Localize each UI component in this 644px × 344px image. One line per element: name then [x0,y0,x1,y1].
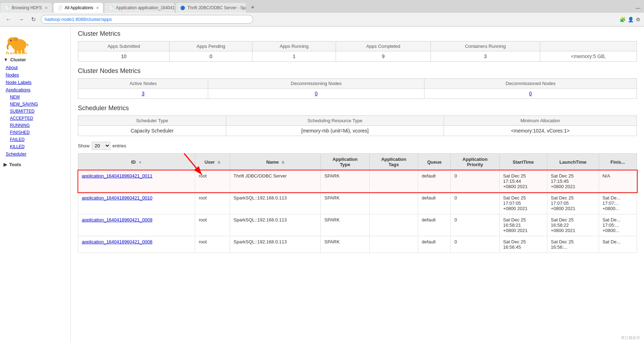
sidebar-subitem-accepted[interactable]: ACCEPTED [0,115,70,122]
app-type-cell: SPARK [321,214,370,236]
back-button[interactable]: ← [4,16,13,23]
profile-icon[interactable]: 👤 [628,17,634,22]
app-start-cell: Sat Dec 2517:15:44+0800 2021 [499,170,547,192]
col-start-time[interactable]: StartTime [499,154,547,170]
cluster-metrics-table: Apps Submitted Apps Pending Apps Running… [78,41,637,62]
new-tab-button[interactable]: + [247,2,258,13]
page-layout: hadoop ▼ Cluster About Nodes Node Labels… [0,27,644,342]
sidebar-subitem-killed[interactable]: KILLED [0,143,70,150]
app-id-cell: application_1640418960421_0010 [78,192,195,214]
svg-point-4 [13,37,18,41]
app-type-cell: SPARK [321,236,370,253]
col-containers-running: Containers Running [431,41,540,51]
app-user-cell: root [195,170,230,192]
scheduler-metrics-table: Scheduler Type Scheduling Resource Type … [78,115,637,136]
sidebar-item-nodes[interactable]: Nodes [0,71,70,79]
col-name[interactable]: Name ⇅ [230,154,321,170]
tools-arrow-icon: ▶ [4,162,7,167]
col-active-nodes: Active Nodes [78,79,208,89]
tab-icon-1: 📄 [5,6,10,10]
tab-all-applications[interactable]: 📄 All Applications × [53,2,104,13]
tab-icon-3: 📄 [109,6,114,10]
scheduling-resource-val: [memory-mb (unit=Mi), vcores] [226,126,444,136]
sidebar-subitem-finished[interactable]: FINISHED [0,129,70,136]
forward-button[interactable]: → [16,16,26,23]
tab-close-1[interactable]: × [45,5,47,11]
col-launch-time[interactable]: LaunchTime [547,154,599,170]
show-entries-control: Show 10 20 50 100 entries [78,142,637,150]
decommissioned-link[interactable]: 0 [529,91,532,96]
app-queue-cell: default [418,236,451,253]
browser-chrome: 📄 Browsing HDFS × 📄 All Applications × 📄… [0,0,644,27]
sidebar-subitem-running[interactable]: RUNNING [0,122,70,129]
tab-application-detail[interactable]: 📄 Application application_164041... × [104,2,175,13]
apps-table-header-row: ID ▼ User ⇅ Name ⇅ ApplicationType Appli… [78,154,637,170]
app-id-link-0008[interactable]: application_1640418960421_0008 [82,239,153,244]
active-nodes-val: 3 [78,89,208,99]
entries-label: entries [113,143,126,148]
app-id-cell: application_1640418960421_0011 [78,170,195,192]
col-application-tags[interactable]: ApplicationTags [369,154,418,170]
col-id[interactable]: ID ▼ [78,154,195,170]
app-priority-cell: 0 [451,214,500,236]
tab-thrift[interactable]: 🔵 Thrift JDBC/ODBC Server - Spark... × [176,2,246,13]
col-apps-pending: Apps Pending [170,41,252,51]
applications-section: ID ▼ User ⇅ Name ⇅ ApplicationType Appli… [78,153,637,253]
app-tags-cell [369,214,418,236]
svg-point-2 [10,40,12,41]
sidebar-subitem-submitted[interactable]: SUBMITTED [0,108,70,115]
minimize-button[interactable]: — [632,3,644,13]
sidebar-item-node-labels[interactable]: Node Labels [0,79,70,86]
tools-section-header[interactable]: ▶ Tools [0,160,70,169]
decommissioning-link[interactable]: 0 [315,91,318,96]
col-user[interactable]: User ⇅ [195,154,230,170]
tab-icon-4: 🔵 [180,6,185,10]
cluster-section-header[interactable]: ▼ Cluster [0,56,70,64]
apps-completed-val: 9 [336,51,431,62]
app-id-cell: application_1640418960421_0008 [78,236,195,253]
watermark: 寒江狐影作 [621,335,640,340]
extensions-icon[interactable]: 🧩 [620,17,626,22]
app-launch-cell: Sat Dec 2517:15:45+0800 2021 [547,170,599,192]
col-finish-time[interactable]: Finis... [599,154,637,170]
svg-text:hadoop: hadoop [6,50,27,54]
settings-icon[interactable]: ⚙ [636,17,640,22]
col-decommissioned-nodes: Decommissioned Nodes [424,79,637,89]
col-apps-completed: Apps Completed [336,41,431,51]
show-label: Show [78,143,90,148]
table-row: application_1640418960421_0010 root Spar… [78,192,637,214]
sidebar-subitem-new[interactable]: NEW [0,94,70,101]
tab-browsing-hdfs[interactable]: 📄 Browsing HDFS × [0,2,52,13]
sidebar-subitem-failed[interactable]: FAILED [0,136,70,143]
browser-actions: 🧩 👤 ⚙ [620,17,640,22]
address-input[interactable] [41,15,253,24]
table-row: application_1640418960421_0009 root Spar… [78,214,637,236]
col-overflow [540,41,637,51]
sidebar-item-applications[interactable]: Applications [0,86,70,94]
reload-button[interactable]: ↻ [29,15,38,23]
entries-select[interactable]: 10 20 50 100 [92,142,110,150]
sidebar-item-scheduler[interactable]: Scheduler [0,150,70,158]
apps-pending-val: 0 [170,51,252,62]
containers-running-val: 3 [431,51,540,62]
cluster-metrics-title: Cluster Metrics [78,30,637,38]
app-tags-cell [369,192,418,214]
sidebar-item-about[interactable]: About [0,64,70,71]
app-id-link-0010[interactable]: application_1640418960421_0010 [82,195,153,201]
active-nodes-link[interactable]: 3 [142,91,144,96]
col-application-type[interactable]: ApplicationType [321,154,370,170]
app-finish-cell: Sat De...17:07:...+0800... [599,192,637,214]
col-queue[interactable]: Queue [418,154,451,170]
app-id-link-0009[interactable]: application_1640418960421_0009 [82,217,153,222]
col-application-priority[interactable]: ApplicationPriority [451,154,500,170]
sidebar-subitem-new-saving[interactable]: NEW_SAVING [0,101,70,108]
app-queue-cell: default [418,192,451,214]
app-launch-cell: Sat Dec 2516:56:... [547,236,599,253]
app-user-cell: root [195,192,230,214]
scheduler-metrics-title: Scheduler Metrics [78,105,637,112]
app-queue-cell: default [418,214,451,236]
app-id-link-0011[interactable]: application_1640418960421_0011 [82,173,153,179]
main-content: Cluster Metrics Apps Submitted Apps Pend… [71,27,644,342]
tab-close-2[interactable]: × [96,5,99,11]
cluster-arrow-icon: ▼ [4,57,8,62]
